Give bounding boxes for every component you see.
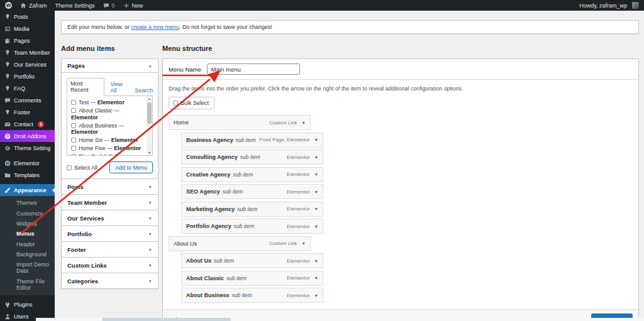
menu-item-title: About Business — [186, 292, 230, 298]
accordion-custom-links[interactable]: Custom Links▼ — [62, 257, 158, 273]
chevron-down-icon[interactable]: ▼ — [148, 263, 152, 268]
sidebar-item-footer[interactable]: Footer — [0, 106, 55, 118]
sidebar-item-portfolio[interactable]: Portfolio — [0, 70, 55, 82]
new-content-menu[interactable]: New — [123, 3, 143, 9]
menu-name-input[interactable] — [207, 63, 300, 75]
sidebar-item-our-services[interactable]: Our Services — [0, 58, 55, 70]
chevron-down-icon[interactable]: ▼ — [314, 276, 318, 280]
accordion-footer[interactable]: Footer▼ — [62, 241, 158, 257]
tab-view-all[interactable]: View All — [110, 79, 129, 96]
chevron-down-icon[interactable]: ▼ — [148, 232, 152, 236]
chevron-down-icon[interactable]: ▼ — [148, 216, 152, 220]
sidebar-item-pages[interactable]: Pages — [0, 35, 55, 46]
page-checkbox[interactable] — [71, 138, 76, 143]
drag-hint-text: Drag the items into the order you prefer… — [169, 85, 633, 92]
chevron-down-icon[interactable]: ▼ — [148, 248, 152, 252]
sidebar-subitem-customize[interactable]: Customize — [0, 208, 55, 218]
sidebar-item-templates[interactable]: Templates — [0, 169, 55, 181]
menu-item-about-us[interactable]: About Ussub itemElementor▼ — [181, 253, 323, 268]
accordion-our-services[interactable]: Our Services▼ — [62, 210, 158, 226]
bulk-select-checkbox[interactable] — [173, 101, 178, 106]
sidebar-item-plugins[interactable]: Plugins — [0, 298, 55, 310]
accordion-posts[interactable]: Posts▼ — [62, 178, 158, 194]
scroll-down-icon[interactable]: ▾ — [148, 150, 150, 155]
sidebar-item-media[interactable]: Media — [0, 23, 55, 35]
page-checkbox-item[interactable]: About Business — Elementor — [71, 122, 145, 136]
sidebar-subitem-background[interactable]: Background — [0, 249, 55, 259]
menu-item-about-business[interactable]: About Businesssub itemElementor▼ — [181, 288, 323, 303]
account-menu[interactable]: Howdy, zafram_wp — [579, 2, 639, 9]
chevron-down-icon[interactable]: ▼ — [148, 200, 152, 205]
chevron-up-icon[interactable]: ▲ — [148, 63, 152, 68]
accordion-team-member[interactable]: Team Member▼ — [62, 194, 158, 210]
chevron-down-icon[interactable]: ▼ — [314, 138, 318, 142]
chevron-down-icon[interactable]: ▼ — [314, 190, 318, 194]
page-checkbox[interactable] — [71, 123, 76, 128]
page-checkbox-item[interactable]: About Classic — Elementor — [71, 107, 145, 121]
sidebar-item-label: Contact — [14, 121, 33, 128]
page-checkbox[interactable] — [71, 100, 76, 105]
site-name-link[interactable]: Zafram — [20, 3, 47, 9]
sidebar-item-comments[interactable]: Comments — [0, 94, 55, 106]
sidebar-item-contact[interactable]: Contact1 — [0, 118, 55, 130]
chevron-down-icon[interactable]: ▼ — [302, 121, 306, 125]
menu-item-business-agency[interactable]: Business Agencysub itemFront Page, Eleme… — [181, 133, 323, 148]
wordpress-menu[interactable]: W — [5, 2, 12, 9]
select-all-option[interactable]: Select All — [67, 165, 97, 171]
menu-item-about-us[interactable]: About UsCustom Link▼ — [169, 236, 311, 251]
menu-item-portfolio-agency[interactable]: Portfolio Agencysub itemElementor▼ — [181, 219, 323, 234]
scrollbar-thumb[interactable] — [147, 102, 152, 124]
chevron-down-icon[interactable]: ▼ — [314, 293, 318, 298]
sidebar-item-theme-settings[interactable]: Theme Settings — [0, 142, 55, 154]
tab-most-recent[interactable]: Most Recent — [67, 78, 104, 96]
add-to-menu-button[interactable]: Add to Menu — [109, 161, 153, 173]
pages-accordion-header[interactable]: Pages ▲ — [62, 59, 158, 73]
menu-item-consulting-agency[interactable]: Consulting Agencysub itemElementor▼ — [181, 150, 323, 165]
sidebar-subitem-widgets[interactable]: Widgets — [0, 219, 55, 229]
sidebar-item-team-member[interactable]: Team Member — [0, 46, 55, 58]
sidebar-subitem-menus[interactable]: Menus — [0, 229, 55, 239]
tab-search[interactable]: Search — [135, 85, 153, 96]
horizontal-scrollbar-thumb[interactable] — [102, 318, 231, 321]
sidebar-subitem-import-demo-data[interactable]: Import Demo Data — [0, 259, 55, 276]
sidebar-item-elementor[interactable]: Elementor — [0, 157, 55, 169]
accordion-portfolio[interactable]: Portfolio▼ — [62, 226, 158, 241]
horizontal-scrollbar[interactable] — [36, 318, 644, 321]
page-checkbox-item[interactable]: Test — Elementor — [71, 99, 145, 106]
menu-item-seo-agency[interactable]: SEO Agencysub itemElementor▼ — [181, 184, 323, 199]
sidebar-subitem-header[interactable]: Header — [0, 239, 55, 249]
bulk-select-toggle[interactable]: Bulk Select — [169, 97, 214, 109]
sidebar-subitem-theme-file-editor[interactable]: Theme File Editor — [0, 276, 55, 293]
chevron-down-icon[interactable]: ▼ — [314, 172, 318, 177]
sidebar-item-droit-addons[interactable]: DDroit Addons — [0, 130, 55, 142]
menu-item-marketing-agency[interactable]: Marketing Agencysub itemElementor▼ — [181, 202, 323, 217]
accordion-title: Portfolio — [67, 231, 92, 237]
scroll-up-icon[interactable]: ▴ — [148, 96, 150, 101]
accordion-categories[interactable]: Categories▼ — [62, 273, 158, 288]
chevron-down-icon[interactable]: ▼ — [314, 224, 318, 229]
page-checkbox-item[interactable]: Home Six — Elementor — [71, 137, 145, 144]
sidebar-item-faq[interactable]: FAQ — [0, 82, 55, 94]
chevron-down-icon[interactable]: ▼ — [302, 241, 306, 246]
vertical-scrollbar[interactable]: ▴ ▾ — [147, 96, 152, 155]
chevron-down-icon[interactable]: ▼ — [314, 259, 318, 263]
sidebar-item-appearance[interactable]: Appearance — [0, 184, 55, 196]
chevron-down-icon[interactable]: ▼ — [314, 207, 318, 211]
create-new-menu-link[interactable]: create a new menu — [131, 24, 180, 30]
page-checkbox-item[interactable]: Home Five — Elementor — [71, 145, 145, 152]
page-checkbox[interactable] — [71, 108, 76, 113]
chevron-down-icon[interactable]: ▼ — [148, 185, 152, 189]
menu-item-home[interactable]: HomeCustom Link▼ — [169, 115, 311, 130]
chevron-down-icon[interactable]: ▼ — [314, 155, 318, 160]
menu-item-about-classic[interactable]: About Classicsub itemElementor▼ — [181, 271, 323, 286]
page-checkbox[interactable] — [71, 146, 76, 151]
select-all-checkbox[interactable] — [67, 165, 72, 170]
page-checkbox[interactable] — [71, 154, 76, 156]
comments-bubble[interactable]: 0 — [103, 3, 115, 9]
menu-item-creative-agency[interactable]: Creative Agencysub itemElementor▼ — [181, 167, 323, 182]
page-checkbox-item[interactable]: Blog Grid & Sidbar — Elementor — [71, 153, 145, 156]
chevron-down-icon[interactable]: ▼ — [148, 279, 152, 283]
sidebar-item-posts[interactable]: Posts — [0, 11, 55, 23]
theme-settings-link[interactable]: Theme Settings — [55, 3, 95, 9]
sidebar-subitem-themes[interactable]: Themes — [0, 198, 55, 208]
